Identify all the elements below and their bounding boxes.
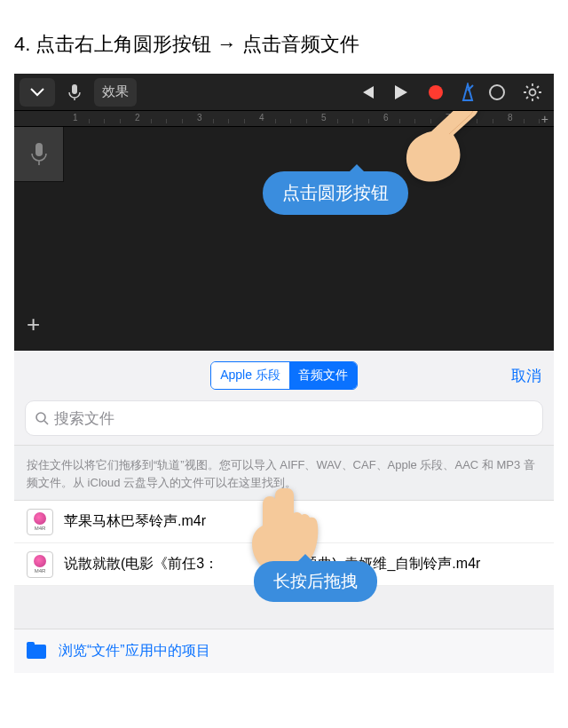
svg-point-3 bbox=[530, 89, 536, 95]
ruler-tick: 2 bbox=[135, 113, 140, 123]
ruler[interactable]: + 12345678 bbox=[14, 111, 554, 127]
ruler-tick: 6 bbox=[383, 113, 389, 123]
loop-browser-button[interactable] bbox=[481, 78, 513, 107]
ruler-tick: 1 bbox=[73, 113, 78, 123]
m4r-file-icon: M4R bbox=[27, 509, 53, 535]
tab-apple-loops[interactable]: Apple 乐段 bbox=[211, 362, 289, 389]
track-header-mic[interactable] bbox=[14, 127, 64, 182]
search-placeholder: 搜索文件 bbox=[54, 408, 114, 429]
screenshot-container: 效果 + 12345678 + bbox=[14, 74, 554, 673]
rewind-button[interactable] bbox=[359, 85, 375, 99]
ruler-tick: 3 bbox=[197, 113, 202, 123]
import-hint: 按住文件以将它们拖移到“轨道”视图。您可以导入 AIFF、WAV、CAF、App… bbox=[14, 445, 554, 501]
cancel-button[interactable]: 取消 bbox=[511, 366, 541, 386]
m4r-file-icon: M4R bbox=[27, 551, 53, 578]
ruler-tick: 8 bbox=[508, 113, 513, 123]
metronome-button[interactable] bbox=[458, 78, 477, 107]
browse-files-app[interactable]: 浏览“文件”应用中的项目 bbox=[14, 629, 554, 673]
svg-point-5 bbox=[36, 413, 45, 422]
svg-rect-4 bbox=[36, 143, 43, 156]
svg-point-2 bbox=[490, 85, 504, 99]
file-browser: Apple 乐段 音频文件 取消 搜索文件 按住文件以将它们拖移到“轨道”视图。… bbox=[14, 351, 554, 673]
play-button[interactable] bbox=[394, 84, 408, 100]
callout-drag: 长按后拖拽 bbox=[254, 561, 377, 602]
search-icon bbox=[35, 411, 49, 425]
collapse-button[interactable] bbox=[20, 78, 55, 107]
file-name: 苹果马林巴琴铃声.m4r bbox=[64, 512, 206, 531]
segmented-tabs: Apple 乐段 音频文件 取消 bbox=[14, 351, 554, 400]
step-title: 4. 点击右上角圆形按钮 → 点击音频文件 bbox=[0, 0, 568, 74]
record-button[interactable] bbox=[428, 84, 444, 100]
fx-button[interactable]: 效果 bbox=[94, 78, 137, 107]
ruler-tick: 7 bbox=[446, 113, 451, 123]
timeline[interactable]: + 12345678 + 点击圆形按钮 bbox=[14, 111, 554, 351]
ruler-tick: 5 bbox=[321, 113, 327, 123]
input-mic-button[interactable] bbox=[59, 78, 91, 107]
file-list: M4R 苹果马林巴琴铃声.m4r M4R 说散就散(电影《前任3： 主题曲)_袁… bbox=[14, 501, 554, 586]
file-row[interactable]: M4R 苹果马林巴琴铃声.m4r bbox=[14, 501, 554, 543]
svg-rect-0 bbox=[72, 84, 77, 94]
add-section-icon[interactable]: + bbox=[541, 112, 548, 126]
editor-toolbar: 效果 bbox=[14, 74, 554, 111]
add-track-button[interactable]: + bbox=[27, 311, 40, 338]
search-input[interactable]: 搜索文件 bbox=[25, 400, 543, 436]
settings-button[interactable] bbox=[517, 78, 548, 107]
browse-label: 浏览“文件”应用中的项目 bbox=[59, 642, 210, 661]
tab-audio-files[interactable]: 音频文件 bbox=[289, 362, 357, 389]
editor-pane: 效果 + 12345678 + bbox=[14, 74, 554, 351]
ruler-tick: 4 bbox=[259, 113, 264, 123]
folder-icon bbox=[27, 645, 46, 659]
callout-tap-circle: 点击圆形按钮 bbox=[263, 171, 408, 215]
svg-point-1 bbox=[429, 85, 443, 99]
